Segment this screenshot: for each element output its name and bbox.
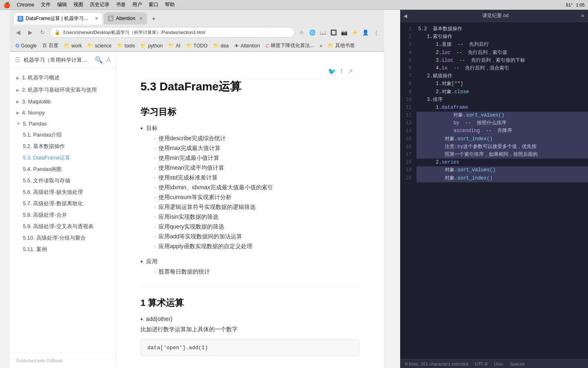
extension-icon[interactable]: ⚡ xyxy=(350,28,359,37)
line-num: 11 xyxy=(400,104,413,112)
sidebar-item-groupby[interactable]: 5.10. 高级处理-分组与聚合 xyxy=(10,232,116,244)
sidebar-item-discretize[interactable]: 5.7. 高级处理-数据离散化 xyxy=(10,198,116,209)
forward-button[interactable]: ▶ xyxy=(25,27,35,37)
list-item: 使用cumsum等实现累计分析 xyxy=(154,193,359,202)
menu-chrome[interactable]: Chrome xyxy=(17,2,34,8)
bookmark-star-icon[interactable]: ☆ xyxy=(297,28,306,37)
menu-help[interactable]: 帮助 xyxy=(165,1,175,8)
sidebar-search-icon[interactable]: 🔍 xyxy=(95,56,103,64)
code-line: 1.dataframe xyxy=(416,104,588,112)
sidebar-item-ml-overview[interactable]: ▶ 1. 机器学习概述 xyxy=(10,72,116,84)
profile-icon[interactable]: 👤 xyxy=(361,28,370,37)
lines-info: 9 lines, 261 characters selected xyxy=(405,361,468,366)
folder-icon: 📁 xyxy=(168,43,174,48)
facebook-icon[interactable]: f xyxy=(341,68,343,75)
sidebar-subitem-label: 5.4. Pandas画图 xyxy=(23,166,62,172)
line-num: 2 xyxy=(400,33,413,41)
bookmark-other[interactable]: 📁 其他书签 xyxy=(325,41,357,50)
bookmark-science[interactable]: 📁 science xyxy=(85,42,114,49)
line-num: 15 xyxy=(400,135,413,143)
menu-dots-icon[interactable]: ⋮ xyxy=(372,28,381,37)
sidebar-item-pandas-plot[interactable]: 5.4. Pandas画图 xyxy=(10,164,116,175)
bookmark-dea[interactable]: 📁 dea xyxy=(211,42,231,49)
menu-bookmarks[interactable]: 书签 xyxy=(116,1,126,8)
bookmark-gradient[interactable]: C 梯度下降优化算法... xyxy=(263,41,316,50)
sidebar-subitem-label: 5.8. 高级处理-合并 xyxy=(23,212,67,218)
sidebar-menu-icon[interactable]: ☰ xyxy=(15,56,20,64)
sidebar-item-file-io[interactable]: 5.5. 文件读取与存储 xyxy=(10,175,116,186)
bookmark-work[interactable]: 📁 work xyxy=(62,42,84,49)
bookmark-baidu[interactable]: 百 百度 xyxy=(40,41,61,50)
tab-title-1: DataFrame运算 | 机器学习（常... xyxy=(26,15,91,22)
encoding: UTF-8 xyxy=(475,361,488,366)
sidebar-item-label: 2. 机器学习基础环境安装与使用 xyxy=(22,86,97,94)
tab-close-1[interactable]: ✕ xyxy=(95,16,98,21)
bookmark-python[interactable]: 📁 python xyxy=(138,42,165,49)
sidebar-toolbar: ☰ 机器学习（常用科学计算库的使用）... 🔍 A xyxy=(10,52,116,68)
menu-edit[interactable]: 编辑 xyxy=(57,1,67,8)
editor-code-lines[interactable]: 5.2 基本数据操作 1.索引操作 1.直接 -- 先列后行 2.loc -- … xyxy=(416,25,588,356)
menu-file[interactable]: 文件 xyxy=(41,1,51,8)
back-button[interactable]: ◀ xyxy=(13,27,23,37)
sidebar-item-merge[interactable]: 5.8. 高级处理-合并 xyxy=(10,209,116,221)
bookmark-ai[interactable]: 📁 AI xyxy=(166,42,183,49)
share-icon[interactable]: ↗ xyxy=(347,67,353,75)
bookmark-label: AI xyxy=(176,43,180,49)
bookmark-tools[interactable]: 📁 tools xyxy=(115,42,137,49)
sidebar-item-pandas-intro[interactable]: 5.1. Pandas介绍 xyxy=(10,129,116,141)
sidebar-item-crosstab[interactable]: 5.9. 高级处理-交叉表与透视表 xyxy=(10,221,116,232)
sidebar-item-missing-val[interactable]: 5.6. 高级处理-缺失值处理 xyxy=(10,186,116,198)
reload-button[interactable]: ↻ xyxy=(38,27,47,37)
line-num: 13 xyxy=(400,119,413,127)
list-item: 股票每日数据的统计 xyxy=(154,267,359,277)
list-item: 使用idxmin、idxmax完成最大值最小值的索引 xyxy=(154,183,359,193)
screenshot-icon[interactable]: 📷 xyxy=(340,28,349,37)
folder-icon: 📁 xyxy=(186,43,192,48)
sidebar-item-pandas[interactable]: ▼ 5. Pandas xyxy=(10,118,116,129)
bookmark-google[interactable]: G Google xyxy=(13,42,39,49)
sidebar-item-dataframe-ops[interactable]: 5.3. DataFrame运算 xyxy=(10,152,116,164)
line-num: 1 xyxy=(400,25,413,33)
bookmark-attention[interactable]: 👁 Attention xyxy=(232,42,262,49)
editor-titlebar: ◀ 课堂纪要.txt ✕ xyxy=(400,10,588,22)
reading-mode-icon[interactable]: 📖 xyxy=(318,28,327,37)
new-tab-button[interactable]: + xyxy=(148,13,159,25)
code-line: ascending -- 升降序 xyxy=(416,127,588,135)
bookmark-todo[interactable]: 📁 TODO xyxy=(184,42,210,49)
apple-menu[interactable]: 🍎 xyxy=(3,2,10,8)
tab-search-icon[interactable]: 🔲 xyxy=(329,28,338,37)
menu-window[interactable]: 窗口 xyxy=(149,1,158,8)
line-num: 17 xyxy=(400,151,413,159)
address-bar[interactable]: 🔒 /Users/sherwin/Desktop/机器学习（科学计算库）/Pan… xyxy=(50,27,295,38)
sidebar-subitem-label: 5.1. Pandas介绍 xyxy=(23,132,62,138)
section-heading-objectives: 学习目标 xyxy=(140,106,359,118)
objectives-list: 使用describe完成综合统计 使用max完成最大值计算 使用min完成最小值… xyxy=(154,134,359,251)
sidebar-item-basic-ops[interactable]: 5.2. 基本数据操作 xyxy=(10,141,116,152)
tab-close-2[interactable]: ✕ xyxy=(139,16,143,21)
line-num: 4 xyxy=(400,49,413,57)
bookmark-more[interactable]: » xyxy=(317,42,325,49)
bookmark-label: 其他书签 xyxy=(335,42,355,49)
browser-chrome: D DataFrame运算 | 机器学习（常... ✕ A Attention … xyxy=(10,10,384,52)
menu-user[interactable]: 用户 xyxy=(132,1,142,8)
tab-title-2: Attention xyxy=(116,16,135,21)
sidebar-subitem-label: 5.3. DataFrame运算 xyxy=(23,155,70,161)
tab-attention[interactable]: A Attention ✕ xyxy=(104,12,147,25)
sidebar-item-case[interactable]: 5.11. 案例 xyxy=(10,244,116,255)
sidebar-subitem-label: 5.10. 高级处理-分组与聚合 xyxy=(23,235,86,241)
sidebar-subitem-label: 5.2. 基本数据操作 xyxy=(23,143,65,149)
sidebar-font-icon[interactable]: A xyxy=(106,56,111,64)
translate-icon[interactable]: 🌐 xyxy=(308,28,317,37)
editor-close-button[interactable]: ✕ xyxy=(581,13,585,19)
spaces: Spaces xyxy=(510,361,525,366)
menu-history[interactable]: 历史记录 xyxy=(90,1,109,8)
menu-view[interactable]: 视图 xyxy=(74,1,83,8)
folder-icon: 📁 xyxy=(64,43,70,48)
tab-dataframe[interactable]: D DataFrame运算 | 机器学习（常... ✕ xyxy=(13,12,103,25)
sidebar-item-matplotlib[interactable]: ▶ 3. Matplotlib xyxy=(10,96,116,107)
editor-filename: 课堂纪要.txt xyxy=(410,12,581,19)
sidebar-item-env[interactable]: ▶ 2. 机器学习基础环境安装与使用 xyxy=(10,84,116,96)
sidebar-item-numpy[interactable]: ▶ 4. Numpy xyxy=(10,107,116,118)
twitter-icon[interactable]: 🐦 xyxy=(328,67,336,75)
editor-collapse-icon[interactable]: ◀ xyxy=(403,13,407,19)
